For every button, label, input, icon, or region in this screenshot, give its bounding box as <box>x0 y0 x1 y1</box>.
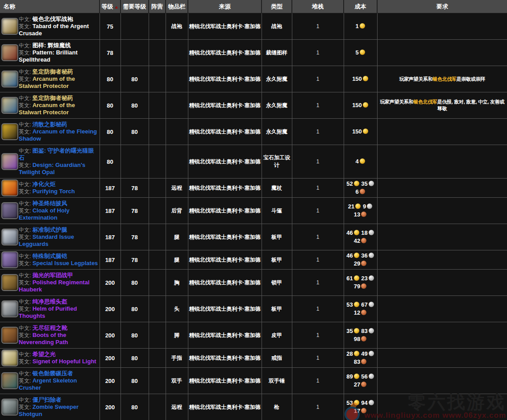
source-npc-link[interactable]: 精锐北伐军战士奥利卡·塞加德 <box>189 306 261 312</box>
source-npc-link[interactable]: 精锐北伐军战士奥利卡·塞加德 <box>189 404 261 410</box>
plate-helm-icon[interactable] <box>1 300 18 317</box>
required-level: 80 <box>121 368 149 394</box>
source-npc-link[interactable]: 精锐北伐军战士奥利卡·塞加德 <box>189 234 261 240</box>
arcanum-scroll-icon[interactable] <box>1 97 18 114</box>
en-label: 英文: <box>19 208 33 214</box>
item-slot <box>166 40 188 66</box>
column-header-requirement[interactable]: 要求 <box>377 0 507 13</box>
cost-copper: 98 <box>354 336 360 342</box>
gold-coin-icon <box>360 23 365 29</box>
item-name-en-line: 英文: Purifying Torch <box>19 188 75 195</box>
silver-coin-icon <box>369 275 374 281</box>
ring-icon[interactable] <box>1 349 18 366</box>
item-name-zh-line: 中文: 标准制式护腿 <box>19 227 67 233</box>
item-name-cell: 中文: 银色骷髅碾压者英文: Argent Skeleton Crusher <box>0 368 100 394</box>
cloak-icon[interactable] <box>1 202 18 219</box>
item-link-zh[interactable]: 希望之光 <box>33 351 56 358</box>
cost-cell: 4 <box>344 145 377 179</box>
source-npc-link[interactable]: 精锐北伐军战士奥利卡·塞加德 <box>189 129 261 135</box>
legplates-icon[interactable] <box>1 251 18 268</box>
requirement-text: 是仇恨, 敌对, 敌意, 中立, 友善或尊敬 <box>437 99 504 111</box>
source-npc-link[interactable]: 精锐北伐军战士奥利卡·塞加德 <box>189 332 261 338</box>
source-npc-link[interactable]: 精锐北伐军战士奥利卡·塞加德 <box>189 50 261 56</box>
column-header-type[interactable]: 类型 <box>262 0 292 13</box>
item-link-zh[interactable]: 神圣终结披风 <box>33 200 67 207</box>
torch-icon[interactable] <box>1 179 18 196</box>
item-link-zh[interactable]: 坚定防御者秘药 <box>33 95 73 101</box>
source-npc-link[interactable]: 精锐北伐军战士奥利卡·塞加德 <box>189 158 261 165</box>
cost-gold: 89 <box>346 373 353 380</box>
item-link-zh[interactable]: 纯净思维头盔 <box>33 298 67 305</box>
zh-label: 中文: <box>19 397 33 403</box>
source-npc-link[interactable]: 精锐北伐军战士奥利卡·塞加德 <box>189 257 261 263</box>
column-header-slot[interactable]: 物品栏 <box>166 0 188 13</box>
source-npc-link[interactable]: 精锐北伐军战士奥利卡·塞加德 <box>189 102 261 108</box>
zh-label: 中文: <box>19 351 33 358</box>
boots-icon[interactable] <box>1 327 18 344</box>
requirement-cell: 玩家声望关系和银色北伐军是崇敬或崇拜 <box>377 66 507 92</box>
item-type: 永久附魔 <box>262 119 292 145</box>
source-npc-link[interactable]: 精锐北伐军战士奥利卡·塞加德 <box>189 279 261 286</box>
shadow-arcanum-icon[interactable] <box>1 123 18 140</box>
source-npc-link[interactable]: 精锐北伐军战士奥利卡·塞加德 <box>189 185 261 191</box>
item-link-zh[interactable]: 银色北伐军战袍 <box>33 16 73 22</box>
column-header-name[interactable]: 名称 <box>0 0 100 13</box>
faction <box>149 270 166 296</box>
shotgun-icon[interactable] <box>1 399 18 416</box>
column-header-source[interactable]: 来源 <box>188 0 262 13</box>
source-npc-link[interactable]: 精锐北伐军战士奥利卡·塞加德 <box>189 355 261 361</box>
source-cell: 精锐北伐军战士奥利卡·塞加德 <box>188 394 262 420</box>
item-link-zh[interactable]: 标准制式护腿 <box>33 226 67 233</box>
column-header-faction[interactable]: 阵营 <box>149 0 166 13</box>
source-npc-link[interactable]: 精锐北伐军战士奥利卡·塞加德 <box>189 208 261 214</box>
legguards-icon[interactable] <box>1 229 18 245</box>
item-link-zh[interactable]: 图样: 辉煌魔线 <box>33 42 71 49</box>
faction-link[interactable]: 银色北伐军 <box>432 76 457 82</box>
two-hand-hammer-icon[interactable] <box>1 372 18 389</box>
required-level <box>121 40 149 66</box>
faction-link[interactable]: 银色北伐军 <box>413 99 437 104</box>
cost-copper: 12 <box>354 309 360 316</box>
zh-label: 中文: <box>19 42 33 49</box>
column-header-level[interactable]: 等级▲ <box>100 0 121 13</box>
item-slot <box>166 92 188 119</box>
en-label: 英文: <box>19 50 33 56</box>
source-cell: 精锐北伐军战士奥利卡·塞加德 <box>188 13 262 40</box>
item-type: 宝石加工设计 <box>262 145 292 179</box>
table-row: 中文: 坚定防御者秘药英文: Arcanum of the Stalwart P… <box>0 66 507 92</box>
source-npc-link[interactable]: 精锐北伐军战士奥利卡·塞加德 <box>189 76 261 82</box>
source-npc-link[interactable]: 精锐北伐军战士奥利卡·塞加德 <box>189 378 261 384</box>
table-row: 中文: 坚定防御者秘药英文: Arcanum of the Stalwart P… <box>0 92 507 119</box>
cost-cell: 21 9 13 <box>344 198 377 224</box>
zh-label: 中文: <box>19 69 33 75</box>
cost-gold: 150 <box>352 128 362 135</box>
item-link-zh[interactable]: 银色骷髅碾压者 <box>33 370 73 377</box>
column-header-cost[interactable]: 成本 <box>344 0 377 13</box>
item-name-en-line: 英文: Arcanum of the Stalwart Protector <box>19 76 75 89</box>
stack-count: 1 <box>292 224 344 250</box>
item-link-zh[interactable]: 净化火炬 <box>33 181 56 187</box>
design-scroll-icon[interactable] <box>1 153 18 170</box>
hauberk-icon[interactable] <box>1 274 18 291</box>
table-row: 中文: 净化火炬英文: Purifying Torch18778远程精锐北伐军战… <box>0 179 507 198</box>
item-link-en[interactable]: Purifying Torch <box>33 188 75 195</box>
cost-copper: 79 <box>354 283 360 290</box>
pattern-scroll-icon[interactable] <box>1 44 18 61</box>
item-link-zh[interactable]: 坚定防御者秘药 <box>33 68 73 75</box>
item-level: 187 <box>100 198 121 224</box>
source-npc-link[interactable]: 精锐北伐军战士奥利卡·塞加德 <box>189 23 261 29</box>
item-link-zh[interactable]: 无尽征程之靴 <box>33 324 67 331</box>
column-header-req-level[interactable]: 需要等级 <box>121 0 149 13</box>
faction <box>149 349 166 368</box>
item-link-en[interactable]: Signet of Hopeful Light <box>33 358 96 365</box>
item-level: 200 <box>100 349 121 368</box>
requirement-text: 是崇敬或崇拜 <box>457 76 485 82</box>
item-link-zh[interactable]: 特殊制式腿铠 <box>33 253 67 259</box>
column-header-stack[interactable]: 堆栈 <box>292 0 344 13</box>
item-link-zh[interactable]: 抛光的军团战甲 <box>33 272 73 279</box>
item-link-en[interactable]: Special Issue Legplates <box>33 260 98 266</box>
item-link-zh[interactable]: 僵尸扫除者 <box>33 396 62 403</box>
item-link-zh[interactable]: 消散之影秘药 <box>33 121 67 128</box>
arcanum-scroll-icon[interactable] <box>1 71 18 87</box>
tabard-icon[interactable] <box>1 18 18 35</box>
